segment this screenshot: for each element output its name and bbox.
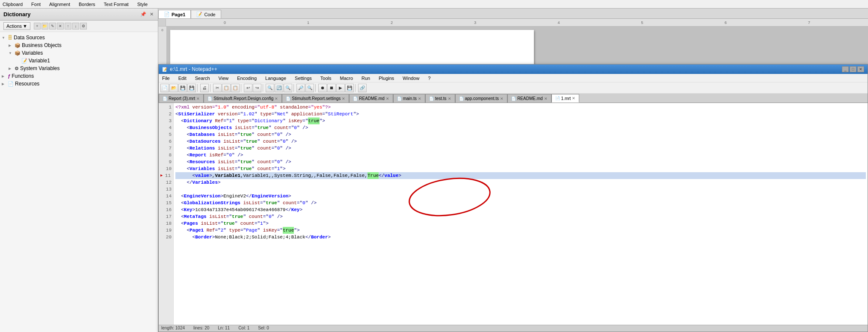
close-tab-settings[interactable]: ✕ — [342, 97, 345, 101]
gutter-3: 3 — [160, 118, 172, 124]
menu-edit[interactable]: Edit — [177, 75, 188, 81]
close-tab-1mrt[interactable]: ✕ — [572, 96, 575, 100]
delete-icon[interactable]: ✕ — [57, 23, 64, 29]
code-line-9: <Resources isList="true" count="0" /> — [175, 159, 866, 165]
tab-maints[interactable]: 📄 main.ts ✕ — [393, 94, 425, 103]
page1-label: Page1 — [172, 12, 185, 17]
actions-button[interactable]: Actions ▼ — [3, 22, 30, 30]
tree-item-functions[interactable]: ▶ ƒ Functions — [0, 72, 158, 80]
tb-zoomout[interactable]: 🔍 — [305, 84, 314, 92]
tree-item-businessobjects[interactable]: ▶ 📦 Business Objects — [0, 41, 158, 49]
menu-window[interactable]: Window — [401, 75, 421, 81]
tb-replace[interactable]: 🔄 — [275, 84, 283, 92]
menu-settings[interactable]: Settings — [293, 75, 314, 81]
tb-find[interactable]: 🔍 — [284, 84, 292, 92]
tb-macro-rec[interactable]: ⏺ — [318, 84, 327, 92]
close-tab-maints[interactable]: ✕ — [418, 97, 421, 101]
tab-report3[interactable]: 📄 Report (3).mrt ✕ — [159, 94, 204, 103]
borders-label: Borders — [79, 2, 95, 7]
menu-macro[interactable]: Macro — [338, 75, 355, 81]
tb-macro-stop[interactable]: ⏹ — [327, 84, 336, 92]
tb-sync[interactable]: 🔗 — [358, 84, 367, 92]
tree-item-variable1[interactable]: 📝 Variable1 — [0, 57, 158, 65]
close-tab-report3[interactable]: ✕ — [196, 97, 200, 101]
edit-icon[interactable]: ✎ — [49, 23, 56, 29]
expand-resources[interactable]: ▶ — [2, 82, 7, 86]
settings-icon[interactable]: ⚙ — [80, 23, 87, 29]
npp-close-button[interactable]: ✕ — [857, 66, 864, 72]
code-line-5: <Databases isList="true" count="0" /> — [175, 131, 866, 138]
close-tab-readme1[interactable]: ✕ — [386, 97, 389, 101]
npp-minimize-button[interactable]: _ — [842, 66, 849, 72]
designer-tabs: 📄 Page1 📝 Code — [158, 9, 868, 19]
tb-copy[interactable]: 📋 — [222, 84, 231, 92]
close-tab-appcomponent[interactable]: ✕ — [500, 97, 504, 101]
menu-help[interactable]: ? — [426, 75, 432, 81]
tb-print[interactable]: 🖨 — [200, 84, 209, 92]
tb-paste[interactable]: 📋 — [231, 84, 240, 92]
pin-icon[interactable]: 📌 — [139, 11, 147, 18]
tb-redo[interactable]: ↪ — [253, 84, 261, 92]
code-editor[interactable]: <?xml version="1.0" encoding="utf-8" sta… — [174, 103, 868, 325]
tb-macro-save[interactable]: 💾 — [345, 84, 354, 92]
code-label: Code — [204, 12, 215, 17]
close-tab-testts[interactable]: ✕ — [448, 97, 451, 101]
code-line-15: <GlobalizationStrings isList="true" coun… — [175, 200, 866, 206]
expand-functions[interactable]: ▶ — [2, 74, 7, 78]
npp-app-icon: 📝 — [162, 67, 167, 72]
npp-statusbar: length: 1024 lines: 20 Ln: 11 Col: 1 Sel… — [159, 325, 868, 332]
folder-icon[interactable]: 📁 — [41, 23, 48, 29]
tab-code[interactable]: 📝 Code — [191, 10, 221, 18]
tab-designconfig[interactable]: 📄 Stimulsoft.Report.Design.config ✕ — [204, 94, 282, 103]
menu-language[interactable]: Language — [264, 75, 288, 81]
tree-item-systemvariables[interactable]: ▶ ⚙ System Variables — [0, 65, 158, 72]
tree-item-resources[interactable]: ▶ 📄 Resources — [0, 80, 158, 88]
tab-settings[interactable]: 📄 Stimulsoft.Report.settings ✕ — [282, 94, 349, 103]
close-icon[interactable]: ✕ — [149, 11, 154, 18]
dictionary-tree: ▼ 🗄 Data Sources ▶ 📦 Business Objects ▼ … — [0, 32, 158, 332]
code-line-2: <StiSerializer version="1.02" type="Net"… — [175, 111, 866, 118]
menu-search[interactable]: Search — [193, 75, 212, 81]
notepad-window: 📝 e:\1.mrt - Notepad++ _ □ ✕ File Edit S… — [158, 64, 868, 332]
menu-view[interactable]: View — [217, 75, 231, 81]
expand-variables[interactable]: ▼ — [9, 51, 14, 55]
tb-save[interactable]: 💾 — [178, 84, 187, 92]
menu-plugins[interactable]: Plugins — [377, 75, 396, 81]
ruler-marks: 0 1 2 3 4 5 6 7 — [166, 21, 868, 25]
style-label: Style — [137, 2, 148, 7]
tb-sep4 — [263, 84, 264, 92]
menu-encoding[interactable]: Encoding — [235, 75, 258, 81]
tab-1mrt[interactable]: 📄 1.mrt ✕ — [551, 94, 580, 103]
tab-readme1[interactable]: 📄 README.md ✕ — [349, 94, 393, 103]
tb-undo[interactable]: ↩ — [244, 84, 252, 92]
add-icon[interactable]: + — [34, 23, 41, 29]
expand-systemvariables[interactable]: ▶ — [9, 67, 14, 71]
menu-tools[interactable]: Tools — [319, 75, 333, 81]
tree-item-datasources[interactable]: ▼ 🗄 Data Sources — [0, 34, 158, 41]
menu-file[interactable]: File — [160, 75, 172, 81]
up-icon[interactable]: ↑ — [65, 23, 71, 29]
tb-zoomin[interactable]: 🔎 — [296, 84, 305, 92]
down-icon[interactable]: ↓ — [72, 23, 79, 29]
close-tab-readme2[interactable]: ✕ — [544, 97, 548, 101]
tab-readme2[interactable]: 📄 README.md ✕ — [507, 94, 551, 103]
tb-macro-play[interactable]: ▶ — [336, 84, 345, 92]
tb-cut[interactable]: ✂ — [213, 84, 222, 92]
expand-datasources[interactable]: ▼ — [2, 36, 7, 40]
clipboard-label: Clipboard — [3, 2, 23, 7]
tab-page1[interactable]: 📄 Page1 — [158, 10, 191, 18]
tb-search[interactable]: 🔍 — [266, 84, 274, 92]
tb-new[interactable]: 📄 — [160, 84, 169, 92]
menu-run[interactable]: Run — [360, 75, 372, 81]
functions-icon: ƒ — [8, 73, 10, 79]
tab-appcomponent[interactable]: 📄 app.component.ts ✕ — [455, 94, 508, 103]
tb-open[interactable]: 📂 — [169, 84, 178, 92]
close-tab-designconfig[interactable]: ✕ — [275, 97, 278, 101]
expand-businessobjects[interactable]: ▶ — [9, 44, 14, 47]
tab-testts[interactable]: 📄 test.ts ✕ — [425, 94, 455, 103]
tb-saveall[interactable]: 💾 — [187, 84, 196, 92]
gutter-2: 2 — [160, 111, 172, 118]
npp-maximize-button[interactable]: □ — [850, 66, 856, 72]
tree-item-variables[interactable]: ▼ 📦 Variables — [0, 49, 158, 57]
tb-sep2 — [210, 84, 212, 92]
